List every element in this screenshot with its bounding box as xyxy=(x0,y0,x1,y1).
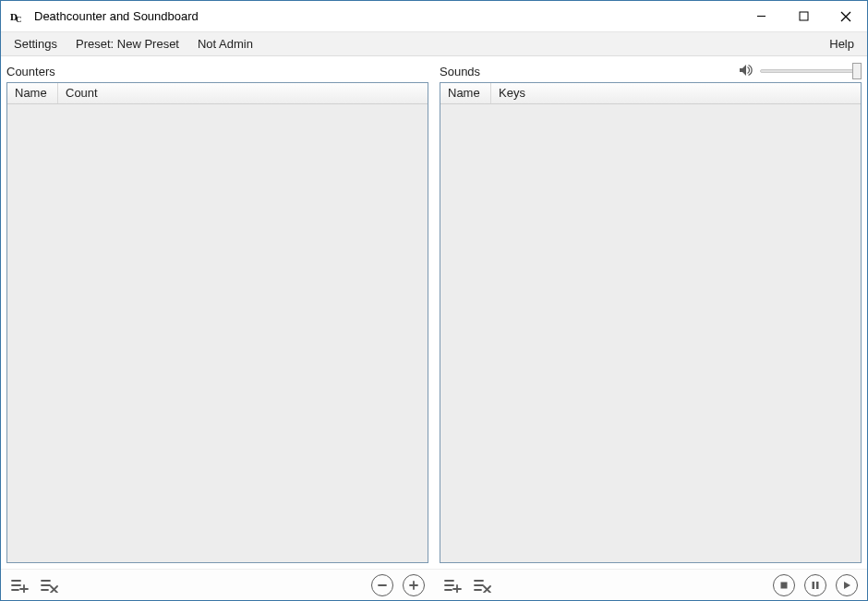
counters-panel: Counters Name Count xyxy=(1,56,434,569)
sounds-listview[interactable]: Name Keys xyxy=(440,82,862,563)
menu-settings[interactable]: Settings xyxy=(5,32,66,55)
app-icon: D C xyxy=(8,8,25,25)
volume-control xyxy=(738,63,862,80)
counter-add-button[interactable] xyxy=(10,575,30,595)
sounds-columns: Name Keys xyxy=(440,83,861,104)
sounds-col-keys[interactable]: Keys xyxy=(491,83,861,103)
svg-line-6 xyxy=(841,12,850,21)
counters-listview[interactable]: Name Count xyxy=(6,82,428,563)
svg-text:C: C xyxy=(16,15,22,24)
content: Counters Name Count Sounds xyxy=(1,56,867,569)
svg-marker-34 xyxy=(844,582,850,589)
sounds-col-name[interactable]: Name xyxy=(440,83,491,103)
menubar: Settings Preset: New Preset Not Admin He… xyxy=(1,32,867,56)
counter-remove-button[interactable] xyxy=(40,575,60,595)
counters-list-body[interactable] xyxy=(7,104,428,562)
svg-rect-31 xyxy=(781,582,788,588)
svg-text:D: D xyxy=(10,11,18,22)
volume-icon xyxy=(738,63,753,80)
svg-line-30 xyxy=(484,586,490,593)
window-title: Deathcounter and Soundboard xyxy=(32,9,740,23)
minimize-button[interactable] xyxy=(740,1,782,31)
svg-rect-33 xyxy=(816,582,819,589)
menu-not-admin[interactable]: Not Admin xyxy=(188,32,262,55)
increment-button[interactable] xyxy=(403,574,425,596)
volume-thumb[interactable] xyxy=(852,63,862,79)
bottombar xyxy=(1,569,867,600)
decrement-button[interactable] xyxy=(371,574,393,596)
titlebar: D C Deathcounter and Soundboard xyxy=(1,1,867,32)
app-window: D C Deathcounter and Soundboard Settings… xyxy=(0,0,868,601)
sounds-panel-header: Sounds xyxy=(440,60,862,82)
counters-toolbar xyxy=(1,570,434,600)
counters-col-name[interactable]: Name xyxy=(7,83,58,103)
counters-panel-header: Counters xyxy=(6,60,428,82)
svg-line-5 xyxy=(841,12,850,21)
maximize-button[interactable] xyxy=(782,1,825,31)
pause-button[interactable] xyxy=(804,574,826,596)
menu-preset[interactable]: Preset: New Preset xyxy=(66,32,188,55)
close-button[interactable] xyxy=(825,1,867,31)
counters-col-count[interactable]: Count xyxy=(58,83,428,103)
play-button[interactable] xyxy=(836,574,858,596)
svg-rect-32 xyxy=(813,582,815,589)
menu-help[interactable]: Help xyxy=(820,32,863,55)
svg-marker-7 xyxy=(740,65,746,76)
sounds-toolbar xyxy=(434,570,867,600)
sound-remove-button[interactable] xyxy=(473,575,493,595)
counters-columns: Name Count xyxy=(7,83,428,104)
svg-rect-4 xyxy=(800,12,808,20)
svg-rect-0 xyxy=(9,9,24,24)
window-controls xyxy=(740,1,867,31)
svg-line-16 xyxy=(51,586,57,593)
stop-button[interactable] xyxy=(773,574,795,596)
sounds-list-body[interactable] xyxy=(440,104,861,562)
sounds-panel: Sounds xyxy=(434,56,867,569)
counters-label: Counters xyxy=(6,65,55,78)
svg-line-29 xyxy=(484,586,490,593)
sounds-label: Sounds xyxy=(440,65,480,78)
volume-slider[interactable] xyxy=(760,63,862,79)
svg-line-17 xyxy=(51,586,57,593)
sound-add-button[interactable] xyxy=(443,575,464,595)
